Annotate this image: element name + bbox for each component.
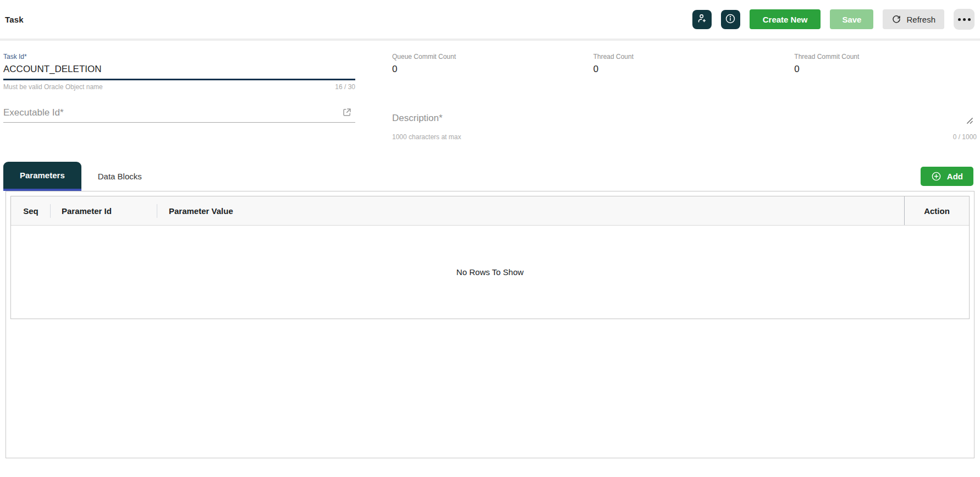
info-button[interactable] — [721, 10, 740, 29]
external-link-icon — [342, 111, 352, 119]
queue-commit-count-input[interactable] — [392, 62, 575, 79]
assign-user-button[interactable] — [692, 10, 712, 29]
parameters-grid: Seq Parameter Id Parameter Value Action … — [10, 196, 970, 319]
refresh-button[interactable]: Refresh — [883, 9, 944, 29]
task-id-input[interactable] — [3, 62, 355, 80]
create-new-button[interactable]: Create New — [750, 9, 821, 29]
column-header-seq[interactable]: Seq — [11, 196, 51, 225]
thread-commit-count-label: Thread Commit Count — [794, 53, 977, 61]
task-id-helper: Must be valid Oracle Object name — [3, 83, 103, 91]
thread-commit-count-field: Thread Commit Count — [794, 53, 977, 91]
tab-data-blocks[interactable]: Data Blocks — [81, 162, 158, 191]
header-actions: Create New Save Refresh — [692, 9, 975, 30]
executable-lookup-button[interactable] — [339, 107, 355, 122]
refresh-icon — [891, 14, 901, 24]
tab-data-blocks-label: Data Blocks — [98, 172, 142, 181]
executable-id-field — [3, 105, 355, 141]
ellipsis-icon — [958, 18, 961, 21]
thread-commit-count-input[interactable] — [794, 62, 977, 79]
tab-content-panel: Seq Parameter Id Parameter Value Action … — [5, 191, 975, 458]
thread-count-field: Thread Count — [593, 53, 776, 91]
executable-id-input[interactable] — [3, 105, 339, 122]
column-header-parameter-value[interactable]: Parameter Value — [157, 196, 904, 225]
task-form: Task Id* Must be valid Oracle Object nam… — [0, 41, 980, 141]
column-header-parameter-id[interactable]: Parameter Id — [51, 196, 157, 225]
refresh-label: Refresh — [906, 15, 935, 24]
task-id-field: Task Id* Must be valid Oracle Object nam… — [3, 53, 355, 91]
grid-header-row: Seq Parameter Id Parameter Value Action — [11, 196, 969, 226]
create-new-label: Create New — [763, 15, 808, 24]
grid-empty-state: No Rows To Show — [11, 226, 969, 319]
column-header-action[interactable]: Action — [904, 196, 969, 225]
tab-parameters[interactable]: Parameters — [3, 162, 81, 191]
count-fields: Queue Commit Count Thread Count Thread C… — [392, 53, 977, 91]
plus-circle-icon — [931, 171, 942, 182]
add-button-label: Add — [947, 172, 963, 181]
description-helper: 1000 characters at max — [392, 133, 461, 141]
no-rows-message: No Rows To Show — [456, 267, 524, 277]
person-plus-icon — [697, 13, 707, 25]
more-options-button[interactable] — [954, 9, 975, 30]
task-id-label: Task Id* — [3, 53, 355, 61]
task-id-counter: 16 / 30 — [335, 83, 355, 91]
tab-parameters-label: Parameters — [20, 171, 65, 180]
save-label: Save — [842, 15, 861, 24]
thread-count-input[interactable] — [593, 62, 776, 79]
description-input[interactable] — [392, 105, 977, 130]
description-counter: 0 / 1000 — [953, 133, 977, 141]
save-button[interactable]: Save — [830, 9, 873, 29]
page-header: Task — [0, 0, 980, 41]
description-field: 1000 characters at max 0 / 1000 — [392, 105, 977, 141]
tab-bar: Parameters Data Blocks Add — [0, 162, 980, 191]
queue-commit-count-label: Queue Commit Count — [392, 53, 575, 61]
page-title: Task — [5, 15, 24, 24]
thread-count-label: Thread Count — [593, 53, 776, 61]
add-parameter-button[interactable]: Add — [921, 167, 973, 186]
task-page: Task — [0, 0, 980, 477]
info-icon — [725, 13, 736, 26]
queue-commit-count-field: Queue Commit Count — [392, 53, 575, 91]
